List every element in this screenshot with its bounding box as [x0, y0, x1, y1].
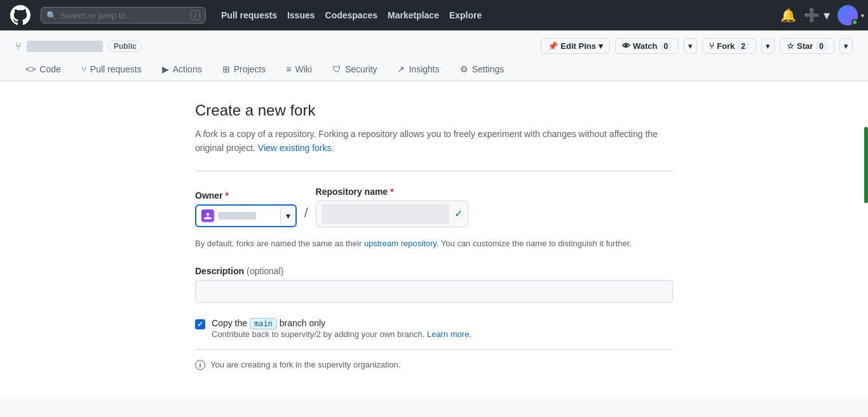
repo-name-label: Repository name * — [316, 187, 468, 197]
repo-name-blurred — [27, 41, 103, 52]
tab-insights-label: Insights — [409, 64, 439, 74]
star-count: 0 — [815, 42, 827, 51]
edit-pins-button[interactable]: 📌 Edit Pins ▾ — [541, 38, 610, 54]
edit-pins-label: Edit Pins — [560, 41, 596, 51]
description-label: Description (optional) — [195, 266, 673, 276]
view-existing-forks-link[interactable]: View existing forks. — [258, 143, 334, 153]
pr-icon: ⑂ — [81, 64, 86, 74]
public-badge: Public — [108, 41, 142, 52]
tab-settings[interactable]: ⚙ Settings — [450, 59, 515, 81]
scrollbar[interactable] — [864, 127, 868, 203]
fork-button[interactable]: ⑂ Fork 2 — [702, 38, 756, 54]
owner-label: Owner * — [195, 190, 297, 201]
owner-chevron[interactable]: ▾ — [280, 207, 295, 225]
repo-header: ⑂ Public 📌 Edit Pins ▾ 👁 Watch 0 ▾ ⑂ For… — [0, 30, 868, 81]
tab-projects-label: Projects — [234, 64, 266, 74]
fork-description: A fork is a copy of a repository. Forkin… — [195, 127, 673, 156]
description-input[interactable] — [195, 280, 673, 303]
form-divider — [195, 171, 673, 171]
nav-explore[interactable]: Explore — [449, 10, 482, 20]
watch-dropdown[interactable]: ▾ — [684, 38, 697, 54]
fork-word: fork — [203, 129, 217, 139]
user-avatar[interactable] — [837, 5, 858, 25]
nav-marketplace[interactable]: Marketplace — [388, 10, 439, 20]
copy-branch-label: Copy the main branch only — [212, 318, 471, 328]
repo-tabs: <> Code ⑂ Pull requests ▶ Actions ⊞ Proj… — [15, 59, 853, 81]
owner-repo-row: Owner * ▾ / Repository name — [195, 187, 673, 227]
tab-security[interactable]: 🛡 Security — [322, 59, 388, 81]
tab-projects[interactable]: ⊞ Projects — [212, 59, 276, 81]
edit-pins-chevron: ▾ — [599, 41, 603, 51]
upstream-repository-link[interactable]: upstream repository — [364, 239, 437, 248]
repo-title-row: ⑂ Public 📌 Edit Pins ▾ 👁 Watch 0 ▾ ⑂ For… — [15, 38, 853, 54]
tab-actions-label: Actions — [173, 64, 202, 74]
tab-pull-requests[interactable]: ⑂ Pull requests — [71, 59, 152, 81]
watch-count: 0 — [660, 42, 672, 51]
topnav-right: 🔔 ➕ ▾ — [780, 5, 858, 25]
tab-actions[interactable]: ▶ Actions — [152, 59, 212, 81]
top-navigation: 🔍 / Pull requests Issues Codespaces Mark… — [0, 0, 868, 30]
settings-icon: ⚙ — [460, 64, 468, 74]
watch-label: Watch — [633, 41, 658, 51]
fork-form-container: Create a new fork A fork is a copy of a … — [180, 81, 688, 390]
security-icon: 🛡 — [332, 64, 341, 74]
fork-icon: ⑂ — [15, 41, 22, 52]
watch-button[interactable]: 👁 Watch 0 — [615, 38, 679, 54]
star-dropdown[interactable]: ▾ — [839, 38, 853, 54]
main-area: Create a new fork A fork is a copy of a … — [0, 81, 868, 397]
github-logo[interactable] — [10, 5, 31, 25]
fork-count: 2 — [737, 42, 749, 51]
repo-actions: 📌 Edit Pins ▾ 👁 Watch 0 ▾ ⑂ Fork 2 ▾ ☆ S… — [541, 38, 853, 54]
keyboard-shortcut: / — [191, 10, 200, 20]
repo-name-input-wrapper: ✓ — [316, 201, 468, 227]
star-icon: ☆ — [787, 41, 794, 51]
repo-name-hint: By default, forks are named the same as … — [195, 237, 673, 251]
create-new-button[interactable]: ➕ ▾ — [804, 8, 830, 23]
owner-form-group: Owner * ▾ — [195, 190, 297, 227]
star-button[interactable]: ☆ Star 0 — [780, 38, 834, 54]
star-label: Star — [797, 41, 813, 51]
pin-icon: 📌 — [548, 41, 558, 51]
notifications-button[interactable]: 🔔 — [780, 8, 796, 23]
info-icon: i — [195, 360, 205, 370]
repo-name-form-group: Repository name * ✓ — [316, 187, 468, 227]
slash-separator: / — [302, 206, 311, 220]
search-input[interactable] — [60, 11, 187, 20]
owner-avatar-small — [201, 209, 214, 222]
repo-name-required: * — [390, 187, 393, 197]
description-form-group: Description (optional) — [195, 266, 673, 303]
nav-pull-requests[interactable]: Pull requests — [221, 10, 277, 20]
repo-title-left: ⑂ Public — [15, 41, 142, 52]
status-dot — [851, 19, 858, 25]
fork-label: Fork — [717, 41, 735, 51]
nav-codespaces[interactable]: Codespaces — [325, 10, 377, 20]
description-optional: (optional) — [247, 266, 283, 276]
eye-icon: 👁 — [622, 41, 630, 51]
code-icon: <> — [25, 64, 36, 74]
actions-icon: ▶ — [162, 64, 169, 74]
topnav-links: Pull requests Issues Codespaces Marketpl… — [221, 10, 482, 20]
fork-dropdown[interactable]: ▾ — [761, 38, 775, 54]
nav-issues[interactable]: Issues — [287, 10, 315, 20]
fork-page-title: Create a new fork — [195, 102, 673, 119]
tab-wiki[interactable]: ≡ Wiki — [276, 59, 322, 81]
info-text: You are creating a fork in the supervity… — [210, 360, 400, 369]
learn-more-link[interactable]: Learn more. — [427, 329, 471, 339]
main-badge: main — [250, 318, 277, 329]
tab-insights[interactable]: ↗ Insights — [387, 59, 449, 81]
insights-icon: ↗ — [397, 64, 405, 74]
repo-name-field-blurred — [322, 204, 449, 224]
tab-settings-label: Settings — [472, 64, 505, 74]
tab-wiki-label: Wiki — [295, 64, 311, 74]
owner-select[interactable]: ▾ — [195, 204, 297, 227]
fork-icon-2: ⑂ — [709, 41, 714, 51]
owner-name-blurred — [218, 212, 256, 220]
wiki-icon: ≡ — [286, 64, 291, 74]
tab-security-label: Security — [345, 64, 377, 74]
search-bar[interactable]: 🔍 / — [41, 7, 206, 23]
copy-branch-checkbox[interactable] — [195, 319, 205, 329]
copy-branch-sublabel: Contribute back to supervity/2 by adding… — [212, 329, 471, 339]
tab-code[interactable]: <> Code — [15, 59, 71, 81]
valid-checkmark-icon: ✓ — [454, 208, 468, 220]
owner-required: * — [226, 190, 229, 201]
